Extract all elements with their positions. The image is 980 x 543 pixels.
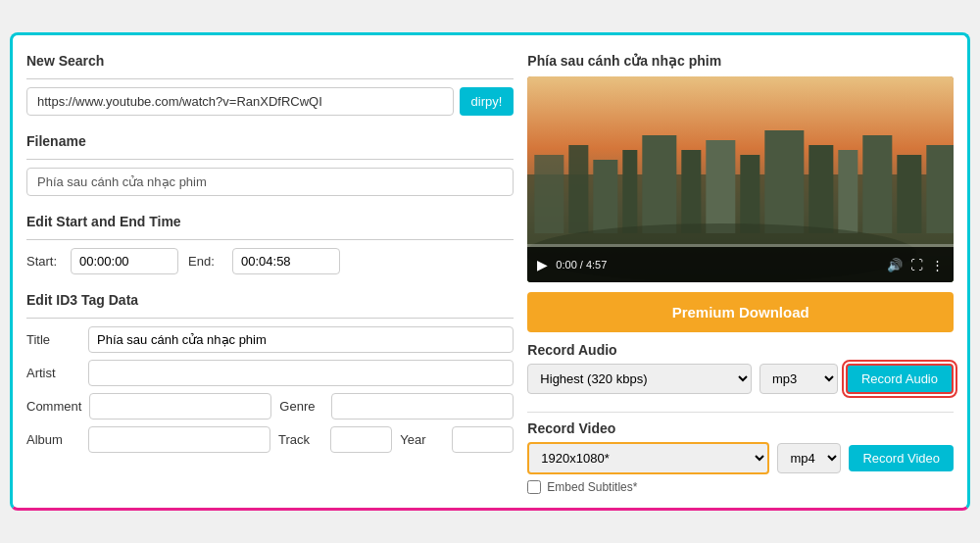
dirpy-button[interactable]: dirpy! — [460, 87, 514, 116]
play-button[interactable]: ▶ — [537, 257, 548, 272]
svg-rect-3 — [569, 145, 589, 233]
id3-title-label: Title — [26, 332, 80, 347]
end-time-input[interactable] — [232, 248, 340, 274]
id3-year-label: Year — [400, 432, 444, 447]
video-record-row: 1920x1080* 1280x720 854x480 640x360 mp4 … — [527, 442, 954, 474]
audio-quality-select[interactable]: Highest (320 kbps) High (256 kbps) Mediu… — [527, 364, 752, 394]
embed-subtitles-label: Embed Subtitles* — [547, 480, 637, 494]
id3-artist-row: Artist — [26, 360, 514, 386]
end-label: End: — [188, 254, 222, 269]
id3-section: Edit ID3 Tag Data Title Artist Comment G… — [26, 288, 514, 460]
url-input[interactable] — [26, 87, 454, 116]
app-container: New Search dirpy! Filename Edit Start an… — [10, 32, 970, 511]
fullscreen-icon[interactable]: ⛶ — [910, 258, 923, 272]
embed-subtitles-checkbox[interactable] — [527, 480, 541, 494]
audio-format-select[interactable]: mp3 aac ogg flac — [760, 364, 838, 394]
svg-rect-2 — [535, 155, 564, 233]
svg-rect-12 — [839, 150, 858, 233]
divider-new-search — [26, 78, 514, 79]
left-panel: New Search dirpy! Filename Edit Start an… — [26, 49, 514, 498]
filename-heading: Filename — [26, 129, 514, 155]
id3-comment-genre-row: Comment Genre — [26, 393, 514, 420]
divider-filename — [26, 159, 514, 160]
filename-input[interactable] — [26, 168, 514, 196]
right-panel: Phía sau cánh cửa nhạc phim — [527, 49, 954, 498]
record-audio-section: Record Audio Highest (320 kbps) High (25… — [527, 342, 954, 394]
id3-track-label: Track — [278, 432, 322, 447]
record-video-button[interactable]: Record Video — [849, 445, 954, 471]
divider-time — [26, 239, 514, 240]
video-format-select[interactable]: mp4 webm mkv — [777, 443, 841, 473]
record-audio-title: Record Audio — [527, 342, 954, 358]
time-display: 0:00 / 4:57 — [556, 259, 879, 271]
time-section: Edit Start and End Time Start: End: — [26, 210, 514, 274]
divider-record — [527, 412, 954, 413]
id3-track-input[interactable] — [330, 426, 392, 453]
more-options-icon[interactable]: ⋮ — [931, 258, 944, 272]
video-thumbnail: ▶ 0:00 / 4:57 🔊 ⛶ ⋮ — [527, 76, 954, 282]
svg-rect-15 — [927, 145, 954, 233]
volume-icon[interactable]: 🔊 — [887, 258, 903, 272]
divider-id3 — [26, 318, 514, 319]
id3-heading: Edit ID3 Tag Data — [26, 288, 514, 314]
record-audio-button[interactable]: Record Audio — [846, 364, 954, 394]
id3-album-row: Album Track Year — [26, 426, 514, 453]
id3-genre-label: Genre — [279, 399, 323, 414]
svg-rect-11 — [809, 145, 834, 233]
new-search-heading: New Search — [26, 49, 514, 74]
svg-rect-4 — [594, 160, 618, 233]
filename-section: Filename — [26, 129, 514, 196]
premium-download-button[interactable]: Premium Download — [527, 292, 954, 332]
svg-rect-8 — [707, 140, 736, 233]
url-row: dirpy! — [26, 87, 514, 116]
id3-artist-label: Artist — [26, 366, 80, 380]
svg-rect-14 — [898, 155, 922, 233]
video-title: Phía sau cánh cửa nhạc phim — [527, 49, 954, 76]
id3-year-input[interactable] — [452, 426, 514, 453]
svg-rect-6 — [643, 135, 677, 233]
record-video-title: Record Video — [527, 420, 954, 436]
id3-comment-input[interactable] — [89, 393, 271, 420]
svg-rect-7 — [682, 150, 702, 233]
start-time-input[interactable] — [71, 248, 178, 274]
id3-album-input[interactable] — [88, 426, 270, 453]
svg-rect-10 — [765, 130, 805, 233]
time-heading: Edit Start and End Time — [26, 210, 514, 235]
id3-album-label: Album — [26, 432, 80, 447]
id3-artist-input[interactable] — [88, 360, 514, 386]
svg-rect-13 — [863, 135, 893, 233]
video-quality-select[interactable]: 1920x1080* 1280x720 854x480 640x360 — [527, 442, 769, 474]
start-label: Start: — [26, 254, 61, 269]
svg-rect-9 — [741, 155, 760, 233]
id3-title-row: Title — [26, 326, 514, 353]
embed-subtitles-row: Embed Subtitles* — [527, 480, 954, 494]
record-video-section: Record Video 1920x1080* 1280x720 854x480… — [527, 420, 954, 494]
video-controls: ▶ 0:00 / 4:57 🔊 ⛶ ⋮ — [527, 247, 954, 282]
id3-title-input[interactable] — [88, 326, 514, 353]
id3-genre-input[interactable] — [331, 393, 514, 420]
id3-comment-label: Comment — [26, 399, 81, 414]
record-audio-row: Highest (320 kbps) High (256 kbps) Mediu… — [527, 364, 954, 394]
svg-rect-5 — [623, 150, 638, 233]
